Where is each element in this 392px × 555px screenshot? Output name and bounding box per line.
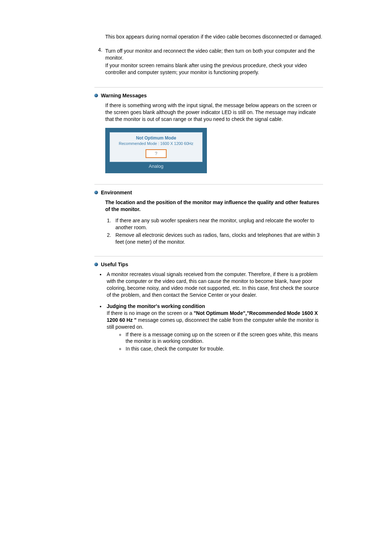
tips-judge-item: Judging the monitor's working condition … [105, 303, 323, 352]
divider [94, 87, 323, 88]
document-page: This box appears during normal operation… [47, 0, 345, 352]
judge-text-pre: If there is no image on the screen or a [107, 310, 194, 316]
warning-body: If there is something wrong with the inp… [105, 102, 323, 123]
environment-item: Remove all electronic devices such as ra… [113, 232, 323, 246]
box-note-text: This box appears during normal operation… [105, 33, 323, 40]
environment-item: If there are any sub woofer speakers nea… [113, 217, 323, 231]
warning-heading: Warning Messages [101, 93, 147, 98]
judge-sub-item: If there is a message coming up on the s… [125, 331, 323, 345]
tips-heading: Useful Tips [101, 262, 128, 267]
osd-line2: Recommended Mode : 1600 X 1200 60Hz [111, 141, 201, 146]
osd-help-button[interactable]: ? [146, 149, 167, 158]
step-4-number: 4. [94, 47, 105, 77]
osd-inner: Not Optimum Mode Recommended Mode : 1600… [110, 132, 203, 162]
judge-sub-item: In this case, check the computer for tro… [125, 345, 323, 352]
osd-footer: Analog [110, 162, 203, 169]
bullet-icon [94, 94, 98, 97]
judge-text-post: message comes up, disconnect the cable f… [107, 317, 319, 330]
tips-list: A monitor recreates visual signals recei… [94, 271, 323, 299]
warning-heading-row: Warning Messages [94, 93, 323, 98]
judge-heading: Judging the monitor's working condition [107, 303, 205, 309]
osd-dialog: Not Optimum Mode Recommended Mode : 1600… [105, 128, 207, 173]
tips-bullet-1: A monitor recreates visual signals recei… [105, 271, 323, 299]
bullet-icon [94, 191, 98, 194]
osd-line1: Not Optimum Mode [111, 135, 201, 141]
bullet-icon [94, 263, 98, 266]
environment-heading: Environment [101, 190, 132, 195]
environment-lead: The location and the position of the mon… [105, 199, 323, 213]
step-4-line1: Turn off your monitor and reconnect the … [105, 48, 323, 61]
content-column: This box appears during normal operation… [94, 33, 323, 352]
step-4-line2: If your monitor screen remains blank aft… [105, 62, 323, 76]
divider [94, 184, 323, 185]
environment-heading-row: Environment [94, 190, 323, 195]
tips-judge-list: Judging the monitor's working condition … [94, 303, 323, 352]
judge-sublist: If there is a message coming up on the s… [107, 331, 323, 353]
divider [94, 256, 323, 256]
step-4-row: 4. Turn off your monitor and reconnect t… [94, 47, 323, 77]
tips-heading-row: Useful Tips [94, 262, 323, 267]
environment-list: If there are any sub woofer speakers nea… [105, 217, 323, 246]
